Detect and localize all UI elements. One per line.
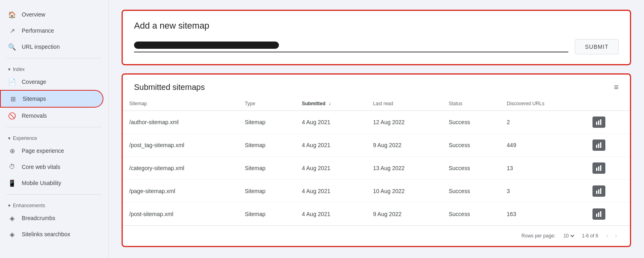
sidebar-label-coverage: Coverage (22, 79, 46, 85)
sidebar-item-overview[interactable]: 🏠 Overview (0, 6, 103, 23)
sidebar-item-core-web-vitals[interactable]: ⏱ Core web vitals (0, 159, 103, 175)
cell-last-read-2: 13 Aug 2022 (367, 157, 442, 180)
cell-status-2: Success (442, 157, 500, 180)
svg-rect-14 (600, 211, 601, 217)
cell-chart-1 (586, 134, 630, 157)
col-header-last-read[interactable]: Last read (367, 97, 442, 111)
chart-button-3[interactable] (592, 185, 605, 197)
sidebar-label-removals: Removals (22, 112, 47, 119)
page-range-label: 1-6 of 6 (582, 233, 599, 239)
sidebar-label-mobile-usability: Mobile Usability (22, 180, 61, 186)
cell-last-read-3: 10 Aug 2022 (367, 180, 442, 203)
section-enhancements: ▾ Enhancements (0, 198, 108, 210)
svg-rect-3 (596, 145, 597, 148)
cell-chart-0 (586, 111, 630, 134)
svg-rect-5 (600, 142, 601, 148)
cell-status-4: Success (442, 203, 500, 226)
sidebar-item-coverage[interactable]: 📄 Coverage (0, 74, 103, 90)
cell-submitted-3: 4 Aug 2021 (295, 180, 367, 203)
table-row: /author-sitemap.xml Sitemap 4 Aug 2021 1… (123, 111, 630, 134)
cell-sitemap-2: /category-sitemap.xml (123, 157, 238, 180)
sidebar-item-breadcrumbs[interactable]: ◈ Breadcrumbs (0, 210, 103, 226)
cell-chart-2 (586, 157, 630, 180)
cell-last-read-0: 12 Aug 2022 (367, 111, 442, 134)
sidebar-label-sitelinks-searchbox: Sitelinks searchbox (22, 231, 70, 237)
sidebar-label-page-experience: Page experience (22, 148, 64, 154)
divider-1 (6, 58, 102, 58)
svg-rect-10 (598, 189, 599, 194)
chart-button-2[interactable] (592, 162, 605, 174)
chevron-down-icon-3: ▾ (8, 203, 10, 208)
chart-button-4[interactable] (592, 208, 605, 220)
cell-type-1: Sitemap (238, 134, 295, 157)
sitemap-url-input-wrapper[interactable] (134, 42, 568, 52)
sidebar-label-overview: Overview (22, 11, 45, 18)
sidebar-label-sitemaps: Sitemaps (23, 96, 46, 102)
prev-page-button[interactable]: ‹ (605, 231, 610, 241)
cell-discovered-urls-4: 163 (500, 203, 586, 226)
submitted-sitemaps-card: Submitted sitemaps ≡ Sitemap Type Submit… (122, 73, 631, 247)
submitted-sitemaps-title: Submitted sitemaps (134, 83, 205, 92)
cell-submitted-1: 4 Aug 2021 (295, 134, 367, 157)
rows-per-page-select[interactable]: 10 25 50 (562, 233, 576, 239)
sidebar-item-sitelinks-searchbox[interactable]: ◈ Sitelinks searchbox (0, 226, 103, 242)
svg-rect-6 (596, 168, 597, 171)
sidebar-item-sitemaps[interactable]: ⊞ Sitemaps (0, 90, 103, 108)
core-web-vitals-icon: ⏱ (8, 163, 16, 171)
sidebar-label-url-inspection: URL inspection (22, 44, 60, 50)
col-header-type[interactable]: Type (238, 97, 295, 111)
filter-icon[interactable]: ≡ (614, 83, 619, 92)
sidebar-item-removals[interactable]: 🚫 Removals (0, 108, 103, 124)
add-sitemap-title: Add a new sitemap (134, 21, 619, 31)
sidebar-item-performance[interactable]: ↗ Performance (0, 23, 103, 39)
submit-button[interactable]: SUBMIT (575, 39, 619, 54)
svg-rect-2 (600, 119, 601, 125)
chevron-down-icon: ▾ (8, 67, 10, 72)
next-page-button[interactable]: › (613, 231, 619, 241)
svg-rect-4 (598, 144, 599, 148)
cell-status-1: Success (442, 134, 500, 157)
cell-submitted-0: 4 Aug 2021 (295, 111, 367, 134)
sidebar-item-mobile-usability[interactable]: 📱 Mobile Usability (0, 175, 103, 191)
table-header-row: Sitemap Type Submitted ↓ Last read Statu… (123, 97, 630, 111)
cell-chart-3 (586, 180, 630, 203)
performance-icon: ↗ (8, 27, 16, 35)
sidebar-label-core-web-vitals: Core web vitals (22, 164, 60, 170)
section-experience: ▾ Experience (0, 131, 108, 143)
table-row: /category-sitemap.xml Sitemap 4 Aug 2021… (123, 157, 630, 180)
col-header-sitemap[interactable]: Sitemap (123, 97, 238, 111)
sidebar-item-url-inspection[interactable]: 🔍 URL inspection (0, 39, 103, 55)
chevron-down-icon-2: ▾ (8, 135, 10, 141)
chart-button-1[interactable] (592, 139, 605, 151)
svg-rect-9 (596, 191, 597, 194)
section-index: ▾ Index (0, 62, 108, 74)
sidebar-item-page-experience[interactable]: ⊕ Page experience (0, 143, 103, 159)
table-row: /post-sitemap.xml Sitemap 4 Aug 2021 9 A… (123, 203, 630, 226)
cell-submitted-4: 4 Aug 2021 (295, 203, 367, 226)
col-header-discovered-urls[interactable]: Discovered URLs (500, 97, 586, 111)
sitelinks-icon: ◈ (8, 230, 16, 238)
cell-sitemap-1: /post_tag-sitemap.xml (123, 134, 238, 157)
col-header-status[interactable]: Status (442, 97, 500, 111)
sitemaps-icon: ⊞ (9, 95, 17, 103)
sidebar-label-performance: Performance (22, 27, 54, 34)
cell-last-read-4: 9 Aug 2022 (367, 203, 442, 226)
cell-type-3: Sitemap (238, 180, 295, 203)
mobile-usability-icon: 📱 (8, 179, 16, 187)
cell-submitted-2: 4 Aug 2021 (295, 157, 367, 180)
svg-rect-13 (598, 212, 599, 217)
col-header-submitted[interactable]: Submitted ↓ (295, 97, 367, 111)
cell-sitemap-3: /page-sitemap.xml (123, 180, 238, 203)
cell-last-read-1: 9 Aug 2022 (367, 134, 442, 157)
chart-button-0[interactable] (592, 117, 605, 128)
pagination-row: Rows per page: 10 25 50 1-6 of 6 ‹ › (123, 225, 630, 246)
divider-3 (6, 194, 102, 195)
cell-discovered-urls-2: 13 (500, 157, 586, 180)
svg-rect-0 (596, 122, 597, 125)
cell-type-2: Sitemap (238, 157, 295, 180)
coverage-icon: 📄 (8, 78, 16, 86)
cell-type-4: Sitemap (238, 203, 295, 226)
col-header-actions (586, 97, 630, 111)
cell-status-0: Success (442, 111, 500, 134)
sidebar: 🏠 Overview ↗ Performance 🔍 URL inspectio… (0, 0, 109, 258)
